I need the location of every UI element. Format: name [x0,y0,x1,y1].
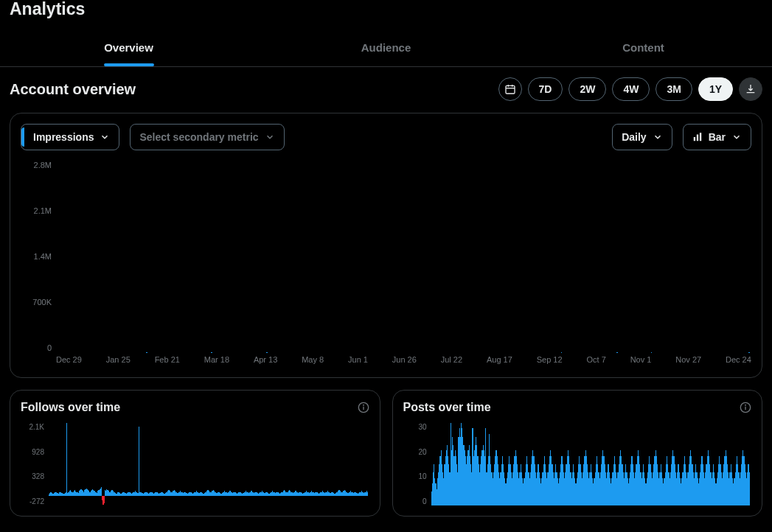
calendar-icon [504,83,516,95]
tabs: Overview Audience Content [0,28,772,67]
info-icon[interactable] [740,402,751,413]
svg-rect-5 [696,135,698,141]
main-y-axis: 2.8M2.1M1.4M700K0 [21,161,52,352]
posts-y-axis: 3020100 [403,423,427,505]
account-overview-header: Account overview 7D 2W 4W 3M 1Y [0,67,772,101]
main-chart-card: Impressions Select secondary metric Dail… [10,113,762,378]
secondary-metric-label: Select secondary metric [139,131,258,143]
tab-audience[interactable]: Audience [257,28,515,66]
chevron-down-icon [100,132,110,142]
follows-chart: 2.1K928328-272 [21,423,369,505]
follows-title: Follows over time [21,401,120,414]
chevron-down-icon [653,132,663,142]
main-x-axis: Dec 29Jan 25Feb 21Mar 18Apr 13May 8Jun 1… [56,355,751,367]
chart-type-label: Bar [709,131,726,143]
chevron-down-icon [265,132,275,142]
primary-metric-label: Impressions [33,131,94,143]
tab-content[interactable]: Content [515,28,772,66]
range-controls: 7D 2W 4W 3M 1Y [498,77,762,101]
info-icon[interactable] [358,402,369,413]
range-4w[interactable]: 4W [612,77,650,101]
chart-type-dropdown[interactable]: Bar [683,124,751,150]
download-button[interactable] [739,77,762,101]
range-2w[interactable]: 2W [568,77,606,101]
section-title: Account overview [10,81,136,98]
follows-chart-area[interactable] [49,423,369,505]
posts-card: Posts over time 3020100 [392,390,763,517]
svg-rect-0 [506,85,515,94]
small-charts-row: Follows over time 2.1K928328-272 Posts o… [10,390,762,517]
chevron-down-icon [731,132,742,142]
follows-card: Follows over time 2.1K928328-272 [10,390,380,517]
download-icon [745,83,757,95]
posts-chart-area[interactable] [431,423,752,505]
range-3m[interactable]: 3M [655,77,692,101]
page-title: Analytics [0,0,772,18]
svg-rect-6 [700,133,701,141]
range-1y[interactable]: 1Y [698,77,733,101]
svg-rect-4 [693,137,695,141]
main-chart: 2.8M2.1M1.4M700K0 Dec 29Jan 25Feb 21Mar … [21,161,751,367]
follows-y-axis: 2.1K928328-272 [21,423,44,505]
svg-point-9 [363,405,364,405]
granularity-dropdown[interactable]: Daily [612,124,672,150]
granularity-label: Daily [622,131,646,143]
posts-title: Posts over time [403,401,491,414]
calendar-button[interactable] [498,77,522,101]
tab-overview[interactable]: Overview [0,28,257,66]
posts-chart: 3020100 [403,423,752,505]
secondary-metric-dropdown[interactable]: Select secondary metric [130,124,284,150]
svg-point-12 [745,405,746,405]
bar-chart-icon [692,132,703,142]
range-7d[interactable]: 7D [528,77,563,101]
main-chart-area[interactable] [56,161,751,352]
chart-controls: Impressions Select secondary metric Dail… [21,124,751,150]
primary-metric-dropdown[interactable]: Impressions [21,124,119,150]
